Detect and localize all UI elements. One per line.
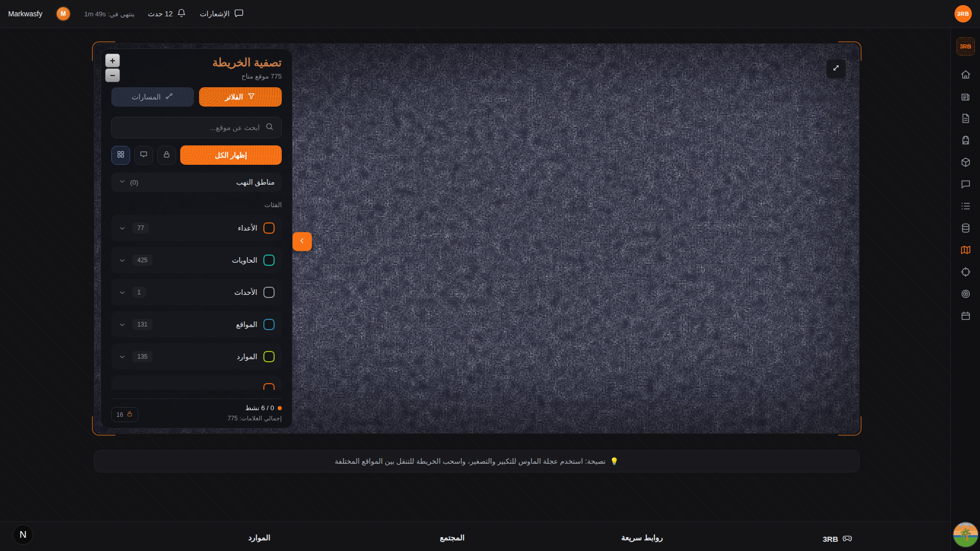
category-count-badge: 131 [132,319,153,330]
tab-routes[interactable]: المسارات [111,87,194,107]
map-tip-bar: 💡 نصيحة: استخدم عجلة الماوس للتكبير والت… [94,450,860,472]
category-checkbox[interactable] [263,383,275,390]
panel-footer-stats: 0 / 6 نشط إجمالي العلامات: 775 [228,404,282,422]
map-zoom-control: + − [105,54,120,82]
expand-icon [831,63,841,75]
crate-icon[interactable] [960,156,972,168]
category-checkbox[interactable] [263,351,275,362]
username[interactable]: Markwasfy [8,10,42,18]
tab-filters[interactable]: الفلاتر [199,87,282,107]
tab-filters-label: الفلاتر [225,93,243,101]
category-count-badge: 77 [132,222,149,234]
avatar[interactable]: M [56,6,71,21]
notifications-button[interactable]: الإشعارات [200,8,243,20]
category-row-partial[interactable] [111,375,282,390]
footer-brand: 3RB [823,533,852,545]
active-count-label: 0 / 6 نشط [246,404,274,412]
chevron-down-icon[interactable] [118,289,126,296]
category-row[interactable]: الأحداث1 [111,279,282,306]
lock-filter-button[interactable] [157,146,176,165]
categories-list: الأعداء77الحاويات425الأحداث1المواقع131ال… [111,215,282,390]
category-row[interactable]: المواقع131 [111,311,282,338]
backpack-icon[interactable] [960,134,972,146]
events-label: 12 حدث [148,10,173,18]
target-icon[interactable] [960,288,972,300]
footer-heading-quick-links[interactable]: روابط سريعة [621,533,663,542]
news-icon[interactable] [960,90,972,103]
category-label: الأعداء [238,224,257,232]
loot-zones-count: (0) [130,179,138,186]
chevron-down-icon[interactable] [118,353,126,361]
category-count-badge: 425 [132,255,153,266]
chevron-left-icon [298,236,307,247]
crosshair-icon[interactable] [960,266,972,278]
category-row[interactable]: الموارد135 [111,343,282,370]
footer-brand-label: 3RB [823,535,838,543]
list-icon[interactable] [960,200,972,212]
brand-logo[interactable]: 3RB [954,5,972,22]
loot-zones-label: مناطق النهب [236,178,275,186]
category-count-badge: 1 [132,287,146,298]
bulb-icon: 💡 [610,457,619,465]
events-button[interactable]: 12 حدث [148,8,187,19]
comment-icon [139,150,148,160]
chevron-down-icon[interactable] [118,321,126,329]
zoom-in-button[interactable]: + [105,54,120,67]
category-checkbox[interactable] [263,255,275,266]
categories-heading: الفئات [111,201,282,209]
map-icon[interactable] [960,244,972,256]
category-checkbox[interactable] [263,287,275,298]
panel-footer: 0 / 6 نشط إجمالي العلامات: 775 16 [111,398,282,422]
dev-indicator-badge[interactable]: N [13,524,33,545]
lock-icon [162,150,171,160]
grid-icon [116,150,125,160]
chevron-down-icon[interactable] [118,257,126,264]
page-footer: 3RB روابط سريعة المجتمع الموارد [0,521,950,551]
category-count-badge: 135 [132,351,153,362]
grid-view-button[interactable] [111,146,130,165]
footer-heading-resources[interactable]: الموارد [248,533,270,542]
sidebar-brand-badge[interactable]: 3RB [957,37,975,56]
gamepad-icon [842,533,852,545]
search-input[interactable] [119,123,260,132]
loot-zones-toggle[interactable]: مناطق النهب (0) [111,172,282,192]
document-icon[interactable] [960,112,972,124]
right-sidebar: 3RB 🌴 [950,28,980,551]
quick-actions-row: إظهار الكل [111,145,282,165]
active-status-dot [278,406,282,410]
lock-icon [126,410,133,419]
panel-title: تصفية الخريطة [111,56,282,69]
panel-tabs: الفلاتر المسارات [111,87,282,107]
comments-filter-button[interactable] [134,146,153,165]
panel-collapse-button[interactable] [292,232,312,251]
location-search [111,117,282,138]
island-logo: 🌴 [952,521,979,548]
notifications-label: الإشعارات [200,10,229,18]
category-label: الحاويات [232,256,257,264]
category-checkbox[interactable] [263,222,275,234]
calendar-icon[interactable] [960,310,972,322]
search-icon [265,122,274,133]
show-all-button[interactable]: إظهار الكل [180,145,282,165]
panel-subtitle: 775 موقع متاح [111,72,282,80]
palm-icon: 🌴 [953,522,978,547]
category-label: الأحداث [234,288,257,296]
category-row[interactable]: الأعداء77 [111,215,282,241]
chat-square-icon [234,8,244,20]
fullscreen-button[interactable] [826,59,846,79]
home-icon[interactable] [960,68,972,81]
chevron-down-icon [118,178,126,187]
loot-zones-meta: (0) [118,178,138,187]
chat-icon[interactable] [960,178,972,190]
total-markers-label: إجمالي العلامات: 775 [228,415,282,422]
database-icon[interactable] [960,222,972,234]
support-island-logo[interactable]: 🌴 [952,521,979,548]
chevron-down-icon[interactable] [118,224,126,232]
footer-heading-community[interactable]: المجتمع [440,533,464,542]
category-row[interactable]: الحاويات425 [111,247,282,273]
category-checkbox[interactable] [263,319,275,330]
tip-text: نصيحة: استخدم عجلة الماوس للتكبير والتصغ… [335,457,606,465]
category-label: المواقع [236,320,257,329]
zoom-out-button[interactable]: − [105,68,120,82]
locked-count-badge: 16 [111,407,138,422]
